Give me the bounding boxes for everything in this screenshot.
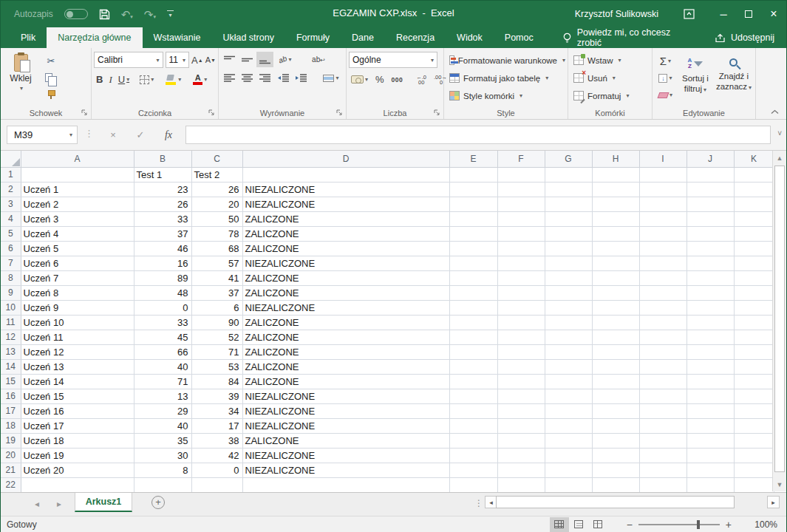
format-as-table-button[interactable]: Formatuj jako tabelę	[446, 70, 565, 86]
ribbon-tab-2[interactable]: Wstawianie	[143, 27, 212, 48]
row-header-20[interactable]: 20	[1, 448, 21, 463]
collapse-ribbon-icon[interactable]	[771, 109, 779, 115]
cell-C16[interactable]: 39	[191, 389, 242, 403]
cell-C12[interactable]: 52	[191, 330, 242, 344]
cell-G9[interactable]	[545, 285, 592, 300]
cell-H16[interactable]	[592, 389, 639, 403]
cell-B1[interactable]: Test 1	[134, 167, 191, 182]
cell-J6[interactable]	[687, 241, 734, 256]
cell-F10[interactable]	[497, 300, 545, 315]
cell-K7[interactable]	[734, 256, 774, 270]
cell-C19[interactable]: 38	[191, 433, 242, 448]
cell-B11[interactable]: 33	[134, 315, 191, 330]
cell-D7[interactable]: NIEZALICZONE	[242, 256, 449, 270]
cell-D20[interactable]: NIEZALICZONE	[242, 448, 449, 463]
row-header-8[interactable]: 8	[1, 270, 21, 285]
cell-H17[interactable]	[592, 403, 639, 418]
cell-I17[interactable]	[639, 403, 687, 418]
merge-center-button[interactable]	[320, 70, 342, 86]
cell-E9[interactable]	[449, 285, 497, 300]
paste-button[interactable]: Wklej	[3, 52, 38, 106]
bold-button[interactable]: B	[94, 72, 105, 87]
insert-function-icon[interactable]: fx	[156, 126, 181, 144]
row-header-15[interactable]: 15	[1, 374, 21, 389]
ribbon-tab-3[interactable]: Układ strony	[211, 27, 285, 48]
cell-H20[interactable]	[592, 448, 639, 463]
cell-J8[interactable]	[687, 270, 734, 285]
delete-cells-button[interactable]: Usuń	[570, 70, 650, 86]
scroll-right-icon[interactable]: ▸	[767, 496, 780, 508]
cell-K16[interactable]	[734, 389, 774, 403]
percent-style-button[interactable]: %	[373, 72, 386, 87]
cell-H18[interactable]	[592, 418, 639, 433]
cell-I19[interactable]	[639, 433, 687, 448]
cell-A5[interactable]: Uczeń 4	[21, 226, 134, 241]
cell-G19[interactable]	[545, 433, 592, 448]
horizontal-scroll-thumb[interactable]	[496, 496, 735, 508]
sort-filter-button[interactable]: AZ Sortuj i filtruj	[676, 52, 715, 106]
cell-A20[interactable]: Uczeń 19	[21, 448, 134, 463]
cell-G20[interactable]	[545, 448, 592, 463]
font-dialog-launcher-icon[interactable]	[208, 109, 215, 116]
cell-G13[interactable]	[545, 344, 592, 359]
select-all-corner[interactable]	[1, 151, 21, 167]
cell-A4[interactable]: Uczeń 3	[21, 211, 134, 226]
cell-B15[interactable]: 71	[134, 374, 191, 389]
cell-A9[interactable]: Uczeń 8	[21, 285, 134, 300]
cell-J11[interactable]	[687, 315, 734, 330]
cell-E17[interactable]	[449, 403, 497, 418]
ribbon-tab-4[interactable]: Formuły	[285, 27, 341, 48]
zoom-out-icon[interactable]: −	[621, 519, 638, 531]
vertical-scrollbar[interactable]: ▲ ▼	[772, 151, 786, 491]
cell-I11[interactable]	[639, 315, 687, 330]
cell-F16[interactable]	[497, 389, 545, 403]
next-sheet-icon[interactable]: ▸	[57, 499, 61, 509]
cell-E10[interactable]	[449, 300, 497, 315]
align-bottom-button[interactable]	[256, 52, 273, 67]
align-center-button[interactable]	[239, 70, 256, 86]
cell-H15[interactable]	[592, 374, 639, 389]
cell-H6[interactable]	[592, 241, 639, 256]
cell-J19[interactable]	[687, 433, 734, 448]
cell-A14[interactable]: Uczeń 13	[21, 359, 134, 374]
cell-G16[interactable]	[545, 389, 592, 403]
cell-A10[interactable]: Uczeń 9	[21, 300, 134, 315]
cell-C9[interactable]: 37	[191, 285, 242, 300]
column-header-B[interactable]: B	[134, 151, 191, 167]
cell-J7[interactable]	[687, 256, 734, 270]
cell-D1[interactable]	[242, 167, 449, 182]
increase-decimal-icon[interactable]: ←.0 00	[414, 72, 429, 87]
cell-D2[interactable]: NIEZALICZONE	[242, 182, 449, 197]
cell-D13[interactable]: ZALICZONE	[242, 344, 449, 359]
cell-G1[interactable]	[545, 167, 592, 182]
cell-E8[interactable]	[449, 270, 497, 285]
cell-K2[interactable]	[734, 182, 774, 197]
number-format-combo[interactable]: Ogólne▾	[349, 52, 437, 68]
align-top-button[interactable]	[221, 52, 238, 67]
cell-I15[interactable]	[639, 374, 687, 389]
cell-B22[interactable]	[134, 477, 191, 492]
cell-J18[interactable]	[687, 418, 734, 433]
cell-C14[interactable]: 53	[191, 359, 242, 374]
cell-D15[interactable]: ZALICZONE	[242, 374, 449, 389]
sheet-tab-arkusz1[interactable]: Arkusz1	[75, 493, 132, 512]
cell-A13[interactable]: Uczeń 12	[21, 344, 134, 359]
cell-I4[interactable]	[639, 211, 687, 226]
cell-J13[interactable]	[687, 344, 734, 359]
cell-K21[interactable]	[734, 463, 774, 477]
cell-C5[interactable]: 78	[191, 226, 242, 241]
ribbon-tab-7[interactable]: Widok	[446, 27, 494, 48]
font-size-combo[interactable]: 11▾	[166, 52, 190, 68]
cell-G3[interactable]	[545, 197, 592, 211]
column-header-G[interactable]: G	[545, 151, 592, 167]
cell-D12[interactable]: ZALICZONE	[242, 330, 449, 344]
cell-E14[interactable]	[449, 359, 497, 374]
vertical-scroll-thumb[interactable]	[774, 166, 785, 472]
cell-K14[interactable]	[734, 359, 774, 374]
cell-K9[interactable]	[734, 285, 774, 300]
cell-F17[interactable]	[497, 403, 545, 418]
cell-E20[interactable]	[449, 448, 497, 463]
cell-D5[interactable]: ZALICZONE	[242, 226, 449, 241]
cell-A6[interactable]: Uczeń 5	[21, 241, 134, 256]
cell-B19[interactable]: 35	[134, 433, 191, 448]
